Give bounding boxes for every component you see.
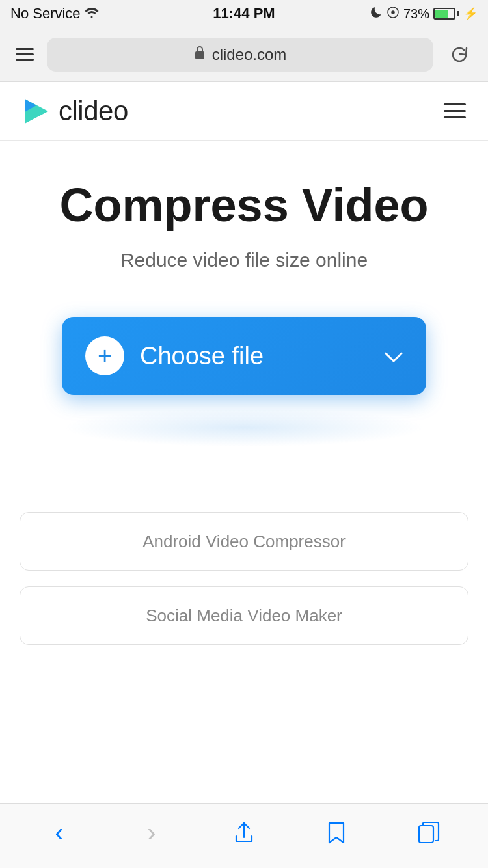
moon-icon [371, 6, 383, 22]
address-bar[interactable]: clideo.com [47, 38, 433, 72]
svg-rect-5 [419, 826, 433, 843]
status-right: 73% ⚡ [371, 6, 478, 22]
svg-point-1 [392, 11, 394, 14]
back-arrow-icon: ‹ [55, 818, 63, 847]
svg-rect-2 [195, 51, 204, 59]
forward-arrow-icon: › [147, 818, 156, 847]
browser-menu-icon[interactable] [13, 46, 36, 63]
carrier-text: No Service [10, 5, 81, 22]
related-link-android[interactable]: Android Video Compressor [20, 512, 468, 571]
page-title: Compress Video [60, 180, 429, 231]
logo-icon [20, 95, 52, 128]
battery-icon [433, 8, 459, 20]
related-link-social[interactable]: Social Media Video Maker [20, 586, 468, 645]
related-link-android-text: Android Video Compressor [142, 532, 346, 552]
share-button[interactable] [218, 813, 270, 852]
plus-circle-icon: + [85, 336, 124, 375]
upload-btn-left: + Choose file [85, 336, 264, 375]
page-subtitle: Reduce video file size online [120, 249, 368, 271]
charging-icon: ⚡ [463, 7, 478, 21]
status-bar: No Service 11:44 PM 73% [0, 0, 488, 27]
related-links: Android Video Compressor Social Media Vi… [0, 512, 488, 645]
location-icon [386, 6, 400, 22]
url-text: clideo.com [212, 46, 287, 64]
tabs-button[interactable] [403, 813, 455, 852]
back-button[interactable]: ‹ [33, 813, 85, 852]
status-left: No Service [10, 5, 99, 22]
forward-button[interactable]: › [126, 813, 178, 852]
upload-glow [62, 408, 426, 447]
chevron-down-icon [385, 344, 403, 369]
choose-file-button[interactable]: + Choose file [62, 317, 426, 395]
site-header: clideo [0, 82, 488, 141]
upload-btn-label: Choose file [140, 342, 264, 370]
wifi-icon [85, 7, 99, 21]
bookmarks-button[interactable] [310, 813, 362, 852]
logo-text: clideo [59, 96, 128, 127]
bottom-nav: ‹ › [0, 803, 488, 868]
lock-icon [194, 46, 206, 64]
hamburger-menu[interactable] [441, 101, 468, 121]
refresh-button[interactable] [444, 39, 475, 70]
related-link-social-text: Social Media Video Maker [146, 606, 342, 626]
status-time: 11:44 PM [213, 5, 275, 22]
browser-bar: clideo.com [0, 27, 488, 82]
battery-percent: 73% [403, 7, 429, 21]
logo[interactable]: clideo [20, 95, 128, 128]
main-content: Compress Video Reduce video file size on… [0, 141, 488, 512]
